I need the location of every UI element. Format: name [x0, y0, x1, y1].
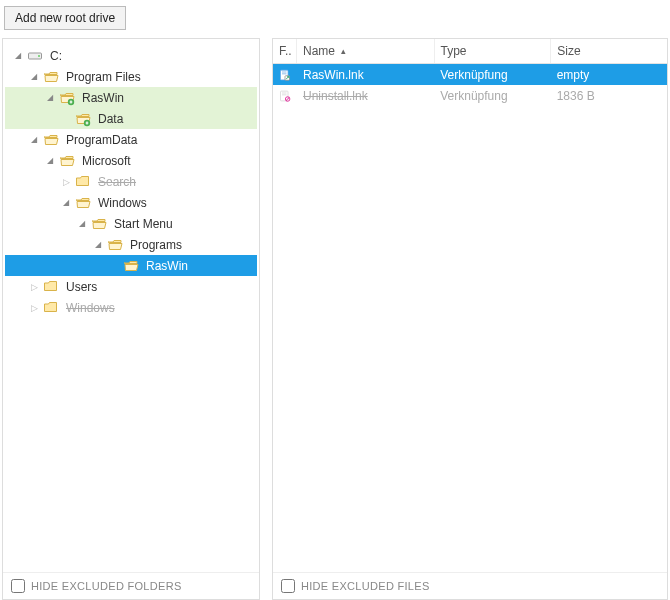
panels: ◢C:◢Program Files◢RasWinData◢ProgramData…	[0, 36, 670, 600]
column-header-type[interactable]: Type	[435, 39, 552, 63]
tree-node[interactable]: ◢Start Menu	[5, 213, 257, 234]
file-size: empty	[551, 68, 667, 82]
tree-node-label: Programs	[127, 237, 185, 253]
drive-icon	[27, 48, 43, 64]
tree-node-label: Data	[95, 111, 126, 127]
file-table-header: F.. Name Type Size	[273, 39, 667, 64]
folder-open-icon	[91, 216, 107, 232]
tree-node[interactable]: Data	[5, 108, 257, 129]
file-type: Verknüpfung	[434, 68, 550, 82]
file-table-body[interactable]: RasWin.lnkVerknüpfungemptyUninstall.lnkV…	[273, 64, 667, 572]
svg-point-1	[38, 55, 40, 57]
hide-excluded-folders-checkbox[interactable]	[11, 579, 25, 593]
toolbar: Add new root drive	[0, 0, 670, 36]
file-name: Uninstall.lnk	[297, 89, 434, 103]
add-root-drive-button[interactable]: Add new root drive	[4, 6, 126, 30]
file-list-panel: F.. Name Type Size RasWin.lnkVerknüpfung…	[272, 38, 668, 600]
folder-added-icon	[75, 111, 91, 127]
tree-node[interactable]: ◢Windows	[5, 192, 257, 213]
svg-rect-10	[282, 94, 287, 95]
file-name: RasWin.lnk	[297, 68, 434, 82]
collapse-icon[interactable]: ◢	[43, 154, 57, 168]
shortcut-icon	[273, 67, 297, 83]
tree-node-label: Users	[63, 279, 100, 295]
tree-node[interactable]: ▷Windows	[5, 297, 257, 318]
collapse-icon[interactable]: ◢	[91, 238, 105, 252]
hide-excluded-folders-toggle[interactable]: HIDE EXCLUDED FOLDERS	[3, 572, 259, 599]
folder-open-icon	[59, 153, 75, 169]
file-row[interactable]: Uninstall.lnkVerknüpfung1836 B	[273, 85, 667, 106]
tree-node[interactable]: ◢Microsoft	[5, 150, 257, 171]
folder-open-icon	[43, 69, 59, 85]
tree-toggle-spacer	[59, 112, 73, 126]
tree-node-label: Search	[95, 174, 139, 190]
collapse-icon[interactable]: ◢	[27, 133, 41, 147]
tree-node-label: Windows	[95, 195, 150, 211]
folder-open-icon	[75, 195, 91, 211]
collapse-icon[interactable]: ◢	[11, 49, 25, 63]
expand-icon[interactable]: ▷	[59, 175, 73, 189]
folder-icon	[43, 279, 59, 295]
folder-icon	[43, 300, 59, 316]
folder-icon	[75, 174, 91, 190]
expand-icon[interactable]: ▷	[27, 280, 41, 294]
tree-node-label: Microsoft	[79, 153, 134, 169]
tree-node-label: RasWin	[143, 258, 191, 274]
tree-node-label: RasWin	[79, 90, 127, 106]
svg-rect-9	[282, 92, 287, 93]
tree-node-label: Start Menu	[111, 216, 176, 232]
tree-node-label: Windows	[63, 300, 118, 316]
file-type: Verknüpfung	[434, 89, 550, 103]
collapse-icon[interactable]: ◢	[59, 196, 73, 210]
collapse-icon[interactable]: ◢	[43, 91, 57, 105]
tree-node[interactable]: RasWin	[5, 255, 257, 276]
column-header-size[interactable]: Size	[551, 39, 667, 63]
svg-rect-5	[282, 71, 287, 72]
shortcut-excluded-icon	[273, 88, 297, 104]
tree-node[interactable]: ◢Programs	[5, 234, 257, 255]
hide-excluded-folders-label: HIDE EXCLUDED FOLDERS	[31, 580, 182, 592]
column-header-filter[interactable]: F..	[273, 39, 297, 63]
collapse-icon[interactable]: ◢	[75, 217, 89, 231]
folder-open-icon	[123, 258, 139, 274]
folder-tree[interactable]: ◢C:◢Program Files◢RasWinData◢ProgramData…	[3, 39, 259, 572]
folder-open-icon	[107, 237, 123, 253]
tree-toggle-spacer	[107, 259, 121, 273]
tree-node[interactable]: ▷Search	[5, 171, 257, 192]
expand-icon[interactable]: ▷	[27, 301, 41, 315]
hide-excluded-files-toggle[interactable]: HIDE EXCLUDED FILES	[273, 572, 667, 599]
tree-node[interactable]: ▷Users	[5, 276, 257, 297]
svg-rect-6	[282, 73, 287, 74]
collapse-icon[interactable]: ◢	[27, 70, 41, 84]
tree-node[interactable]: ◢RasWin	[5, 87, 257, 108]
tree-node[interactable]: ◢ProgramData	[5, 129, 257, 150]
hide-excluded-files-checkbox[interactable]	[281, 579, 295, 593]
tree-node-label: Program Files	[63, 69, 144, 85]
tree-node[interactable]: ◢C:	[5, 45, 257, 66]
file-size: 1836 B	[551, 89, 667, 103]
folder-added-icon	[59, 90, 75, 106]
folder-tree-panel: ◢C:◢Program Files◢RasWinData◢ProgramData…	[2, 38, 260, 600]
hide-excluded-files-label: HIDE EXCLUDED FILES	[301, 580, 430, 592]
column-header-name[interactable]: Name	[297, 39, 435, 63]
folder-open-icon	[43, 132, 59, 148]
tree-node[interactable]: ◢Program Files	[5, 66, 257, 87]
tree-node-label: ProgramData	[63, 132, 140, 148]
tree-node-label: C:	[47, 48, 65, 64]
file-row[interactable]: RasWin.lnkVerknüpfungempty	[273, 64, 667, 85]
